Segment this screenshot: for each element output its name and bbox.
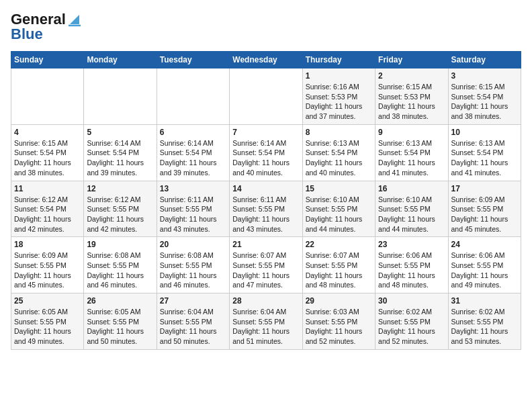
calendar-cell: 24Sunrise: 6:06 AMSunset: 5:55 PMDayligh…: [448, 237, 521, 293]
day-info-line: Daylight: 11 hours and 53 minutes.: [451, 326, 518, 346]
day-content: Sunrise: 6:04 AMSunset: 5:55 PMDaylight:…: [160, 307, 226, 347]
week-row-2: 4Sunrise: 6:15 AMSunset: 5:54 PMDaylight…: [11, 124, 521, 181]
weekday-tuesday: Tuesday: [157, 52, 229, 68]
day-info-line: Daylight: 11 hours and 49 minutes.: [451, 271, 518, 290]
weekday-saturday: Saturday: [448, 52, 521, 68]
day-content: Sunrise: 6:07 AMSunset: 5:55 PMDaylight:…: [306, 250, 372, 290]
day-info-line: Sunrise: 6:07 AM: [306, 250, 372, 261]
day-info-line: Sunset: 5:55 PM: [14, 261, 81, 271]
day-info-line: Sunrise: 6:15 AM: [14, 138, 81, 148]
day-content: Sunrise: 6:13 AMSunset: 5:54 PMDaylight:…: [451, 138, 518, 178]
day-info-line: Sunrise: 6:08 AM: [87, 250, 153, 261]
day-number: 14: [232, 184, 299, 193]
day-info-line: Sunset: 5:55 PM: [232, 261, 299, 271]
day-info-line: Sunrise: 6:03 AM: [306, 307, 372, 317]
day-content: Sunrise: 6:09 AMSunset: 5:55 PMDaylight:…: [14, 250, 81, 290]
day-number: 1: [306, 71, 372, 81]
calendar-cell: [230, 68, 302, 125]
day-number: 3: [451, 71, 518, 81]
day-info-line: Sunrise: 6:04 AM: [160, 307, 226, 317]
day-info-line: Sunset: 5:55 PM: [306, 261, 372, 271]
day-content: Sunrise: 6:11 AMSunset: 5:55 PMDaylight:…: [160, 195, 226, 234]
day-info-line: Daylight: 11 hours and 44 minutes.: [306, 214, 372, 234]
day-info-line: Sunset: 5:54 PM: [87, 148, 153, 158]
day-info-line: Sunrise: 6:14 AM: [160, 138, 226, 148]
day-content: Sunrise: 6:15 AMSunset: 5:54 PMDaylight:…: [14, 138, 81, 178]
weekday-monday: Monday: [84, 52, 157, 68]
calendar-cell: 4Sunrise: 6:15 AMSunset: 5:54 PMDaylight…: [11, 124, 84, 181]
calendar-table: SundayMondayTuesdayWednesdayThursdayFrid…: [11, 51, 521, 350]
day-info-line: Sunrise: 6:04 AM: [232, 307, 299, 317]
day-info-line: Daylight: 11 hours and 52 minutes.: [378, 326, 445, 346]
day-content: Sunrise: 6:10 AMSunset: 5:55 PMDaylight:…: [306, 195, 372, 234]
day-content: Sunrise: 6:03 AMSunset: 5:55 PMDaylight:…: [306, 307, 372, 347]
day-number: 6: [160, 128, 226, 137]
day-info-line: Sunset: 5:55 PM: [451, 317, 518, 327]
day-number: 23: [378, 240, 445, 249]
day-info-line: Daylight: 11 hours and 48 minutes.: [378, 271, 445, 290]
day-info-line: Sunset: 5:54 PM: [378, 148, 445, 158]
day-info-line: Sunset: 5:54 PM: [14, 148, 81, 158]
day-number: 8: [306, 128, 372, 137]
calendar-cell: [157, 68, 229, 125]
calendar-cell: 9Sunrise: 6:13 AMSunset: 5:54 PMDaylight…: [375, 124, 448, 181]
day-number: 4: [14, 128, 81, 137]
calendar-cell: 21Sunrise: 6:07 AMSunset: 5:55 PMDayligh…: [230, 237, 302, 293]
day-content: Sunrise: 6:07 AMSunset: 5:55 PMDaylight:…: [232, 250, 299, 290]
calendar-cell: 28Sunrise: 6:04 AMSunset: 5:55 PMDayligh…: [230, 293, 302, 350]
day-content: Sunrise: 6:08 AMSunset: 5:55 PMDaylight:…: [87, 250, 153, 290]
day-number: 16: [378, 184, 445, 193]
day-info-line: Sunset: 5:55 PM: [451, 261, 518, 271]
page-header: General Blue: [11, 11, 521, 43]
day-info-line: Sunset: 5:55 PM: [378, 261, 445, 271]
day-info-line: Sunset: 5:55 PM: [232, 204, 299, 214]
day-number: 11: [14, 184, 81, 193]
day-number: 30: [378, 296, 445, 306]
day-info-line: Daylight: 11 hours and 42 minutes.: [14, 214, 81, 234]
day-number: 12: [87, 184, 153, 193]
calendar-cell: 22Sunrise: 6:07 AMSunset: 5:55 PMDayligh…: [302, 237, 375, 293]
calendar-cell: 12Sunrise: 6:12 AMSunset: 5:55 PMDayligh…: [84, 181, 157, 237]
weekday-friday: Friday: [375, 52, 448, 68]
weekday-thursday: Thursday: [302, 52, 375, 68]
week-row-5: 25Sunrise: 6:05 AMSunset: 5:55 PMDayligh…: [11, 293, 521, 350]
calendar-cell: 1Sunrise: 6:16 AMSunset: 5:53 PMDaylight…: [302, 68, 375, 125]
day-info-line: Daylight: 11 hours and 38 minutes.: [14, 158, 81, 177]
day-info-line: Sunset: 5:54 PM: [306, 148, 372, 158]
day-info-line: Sunrise: 6:11 AM: [160, 195, 226, 205]
day-info-line: Sunset: 5:54 PM: [160, 148, 226, 158]
calendar-cell: 7Sunrise: 6:14 AMSunset: 5:54 PMDaylight…: [230, 124, 302, 181]
day-info-line: Daylight: 11 hours and 41 minutes.: [378, 158, 445, 177]
day-number: 24: [451, 240, 518, 249]
day-info-line: Daylight: 11 hours and 40 minutes.: [306, 158, 372, 177]
day-info-line: Sunrise: 6:15 AM: [451, 82, 518, 92]
day-content: Sunrise: 6:12 AMSunset: 5:55 PMDaylight:…: [87, 195, 153, 234]
day-info-line: Sunrise: 6:09 AM: [451, 195, 518, 205]
week-row-1: 1Sunrise: 6:16 AMSunset: 5:53 PMDaylight…: [11, 68, 521, 125]
day-info-line: Sunset: 5:54 PM: [232, 148, 299, 158]
day-content: Sunrise: 6:12 AMSunset: 5:54 PMDaylight:…: [14, 195, 81, 234]
day-info-line: Daylight: 11 hours and 39 minutes.: [87, 158, 153, 177]
day-info-line: Sunset: 5:53 PM: [378, 92, 445, 102]
calendar-cell: 10Sunrise: 6:13 AMSunset: 5:54 PMDayligh…: [448, 124, 521, 181]
day-info-line: Sunset: 5:54 PM: [14, 204, 81, 214]
calendar-cell: 11Sunrise: 6:12 AMSunset: 5:54 PMDayligh…: [11, 181, 84, 237]
calendar-cell: 3Sunrise: 6:15 AMSunset: 5:54 PMDaylight…: [448, 68, 521, 125]
day-number: 17: [451, 184, 518, 193]
day-content: Sunrise: 6:06 AMSunset: 5:55 PMDaylight:…: [378, 250, 445, 290]
logo-blue: Blue: [11, 26, 43, 43]
calendar-cell: 27Sunrise: 6:04 AMSunset: 5:55 PMDayligh…: [157, 293, 229, 350]
day-info-line: Sunset: 5:55 PM: [160, 317, 226, 327]
day-info-line: Sunset: 5:55 PM: [306, 204, 372, 214]
day-info-line: Sunset: 5:55 PM: [160, 261, 226, 271]
day-content: Sunrise: 6:14 AMSunset: 5:54 PMDaylight:…: [87, 138, 153, 178]
day-info-line: Sunset: 5:54 PM: [451, 92, 518, 102]
calendar-cell: 29Sunrise: 6:03 AMSunset: 5:55 PMDayligh…: [302, 293, 375, 350]
day-info-line: Sunrise: 6:02 AM: [451, 307, 518, 317]
day-info-line: Daylight: 11 hours and 50 minutes.: [160, 326, 226, 346]
day-info-line: Daylight: 11 hours and 38 minutes.: [378, 101, 445, 121]
day-info-line: Sunset: 5:55 PM: [232, 317, 299, 327]
day-info-line: Sunrise: 6:08 AM: [160, 250, 226, 261]
calendar-cell: 25Sunrise: 6:05 AMSunset: 5:55 PMDayligh…: [11, 293, 84, 350]
day-info-line: Sunset: 5:55 PM: [378, 204, 445, 214]
